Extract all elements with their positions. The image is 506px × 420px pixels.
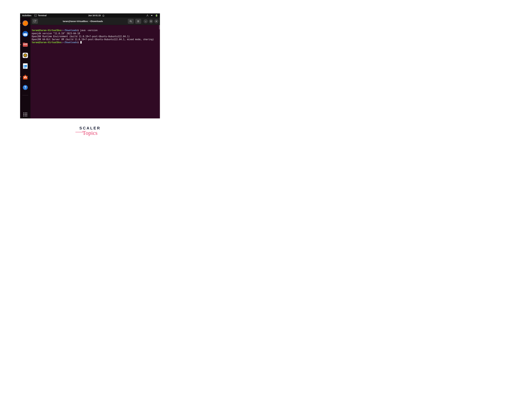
notifications-icon[interactable] [102, 14, 105, 17]
svg-point-14 [25, 55, 26, 56]
dock-item-libreoffice-writer[interactable] [22, 62, 29, 70]
close-button[interactable] [154, 19, 159, 23]
prompt-user: taran@taran-VirtualBox [32, 29, 61, 32]
search-icon [129, 20, 132, 23]
dock-separator [22, 95, 28, 95]
hamburger-icon [137, 20, 140, 23]
hamburger-menu-button[interactable] [135, 19, 141, 24]
terminal-window: taran@taran-VirtualBox: ~/Downloads [31, 18, 160, 118]
libreoffice-writer-icon [22, 63, 29, 69]
rhythmbox-icon [22, 52, 29, 59]
prompt-path: ~/Downloads [63, 29, 77, 32]
files-icon [22, 41, 29, 48]
output-line: OpenJDK 64-Bit Server VM (build 11.0.19+… [32, 38, 154, 41]
minimize-icon [145, 20, 146, 22]
system-status-area[interactable] [146, 14, 158, 17]
minimize-button[interactable] [144, 19, 148, 23]
clock[interactable]: Jun 16 01:15 [88, 14, 101, 17]
terminal-icon [34, 14, 37, 17]
ubuntu-software-icon [22, 73, 29, 80]
maximize-icon [150, 20, 152, 22]
dock-item-rhythmbox[interactable] [22, 52, 29, 59]
prompt-symbol: $ [77, 29, 79, 32]
prompt-symbol: $ [77, 41, 79, 44]
prompt-sep: : [61, 41, 63, 44]
branding-line2: Topics [20, 130, 160, 136]
maximize-button[interactable] [149, 19, 153, 23]
command-text: java -version [79, 29, 97, 32]
thunderbird-icon [22, 31, 29, 37]
network-icon [146, 14, 149, 17]
dock-item-ubuntu-software[interactable] [22, 73, 29, 80]
apps-grid-icon [24, 113, 27, 116]
ubuntu-desktop: Activities Terminal Jun 16 01:15 [20, 13, 160, 118]
dock-item-files[interactable] [22, 41, 29, 48]
svg-rect-19 [24, 68, 26, 68]
svg-rect-18 [24, 67, 27, 67]
svg-rect-4 [156, 15, 157, 16]
branding-logo: SCALER Topics [20, 126, 160, 136]
output-line: openjdk version "11.0.19" 2023-04-18 [32, 32, 80, 35]
ubuntu-dock: ? [20, 18, 31, 118]
svg-rect-25 [151, 21, 152, 22]
topbar-app-menu[interactable]: Terminal [34, 14, 47, 17]
svg-rect-17 [24, 66, 25, 67]
topbar-app-label: Terminal [38, 14, 47, 17]
prompt-path: ~/Downloads [63, 41, 77, 44]
search-button[interactable] [128, 19, 134, 24]
new-tab-button[interactable] [32, 19, 38, 24]
prompt-sep: : [61, 29, 63, 32]
gnome-topbar: Activities Terminal Jun 16 01:15 [20, 13, 160, 18]
prompt-user: taran@taran-VirtualBox [32, 41, 61, 44]
show-applications-button[interactable] [24, 113, 27, 116]
window-title: taran@taran-VirtualBox: ~/Downloads [40, 20, 126, 22]
firefox-icon [22, 20, 29, 27]
activities-button[interactable]: Activities [22, 14, 31, 17]
help-icon: ? [22, 84, 29, 91]
battery-icon [155, 14, 158, 17]
dock-item-firefox[interactable] [22, 20, 29, 27]
output-line: OpenJDK Runtime Environment (build 11.0.… [32, 35, 130, 38]
close-icon [155, 20, 157, 22]
new-tab-icon [34, 20, 36, 22]
svg-point-24 [130, 20, 131, 22]
dock-item-thunderbird[interactable] [22, 30, 29, 38]
svg-rect-8 [23, 43, 25, 44]
window-titlebar: taran@taran-VirtualBox: ~/Downloads [31, 18, 160, 25]
dock-item-help[interactable]: ? [22, 84, 29, 91]
terminal-scrollbar[interactable] [159, 25, 160, 118]
volume-icon [151, 14, 153, 17]
terminal-cursor [80, 41, 82, 44]
terminal-body[interactable]: taran@taran-VirtualBox:~/Downloads$ java… [31, 25, 160, 118]
svg-text:?: ? [24, 86, 26, 89]
